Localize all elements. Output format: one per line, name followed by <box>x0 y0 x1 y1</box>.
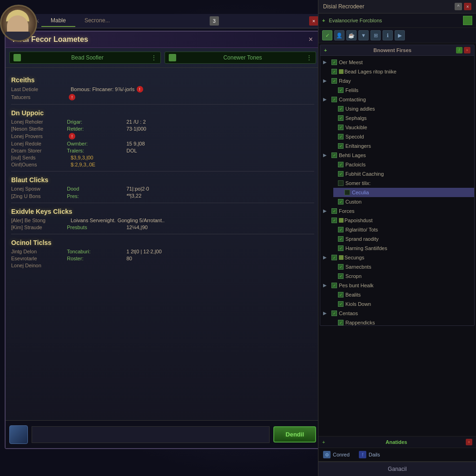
expand-icon[interactable]: ▶ <box>323 255 329 260</box>
right-close-btn[interactable]: × <box>464 3 471 10</box>
kim-straude-label: [Kim] Straude <box>11 225 67 230</box>
tree-item[interactable]: ▶✓Comtactiing <box>320 95 474 104</box>
section-dn-uppoic-header: Dn Uppoic <box>11 109 314 117</box>
expand-icon[interactable]: ▶ <box>323 311 329 316</box>
tree-item[interactable]: ✓Feliils <box>327 86 474 95</box>
checkbox[interactable]: ✓ <box>338 115 344 121</box>
toolbar-user-btn[interactable]: 👤 <box>334 30 344 40</box>
toolbar-filter-btn[interactable]: ▼ <box>358 30 369 40</box>
checkbox[interactable]: ✓ <box>331 69 337 74</box>
tree-item[interactable]: ✓Rglariítto/ Tots <box>327 225 474 234</box>
checkbox[interactable]: ✓ <box>338 227 344 232</box>
dendil-btn[interactable]: Dendil <box>273 426 316 443</box>
checkbox[interactable]: ✓ <box>331 152 337 158</box>
checkbox-empty[interactable] <box>338 180 344 186</box>
toolbar-play-btn[interactable]: ▶ <box>395 30 405 40</box>
checkbox[interactable]: ✓ <box>331 255 337 260</box>
expand-icon[interactable]: ▶ <box>323 283 329 288</box>
checkbox[interactable]: ✓ <box>338 236 344 242</box>
checkbox[interactable]: ✓ <box>338 199 344 205</box>
tree-item[interactable]: ✓Sarnecbnts <box>327 262 474 271</box>
tree-item[interactable]: ✓Scropn <box>327 271 474 281</box>
right-minimize-btn[interactable]: ^ <box>455 3 462 10</box>
checkbox[interactable]: ✓ <box>338 125 344 130</box>
checkbox[interactable]: ✓ <box>338 143 344 149</box>
tree-item[interactable]: ▶✓Centaos <box>320 309 474 318</box>
checkbox[interactable]: ✓ <box>338 106 344 112</box>
checkbox[interactable]: ✓ <box>338 134 344 139</box>
checkbox[interactable]: ✓ <box>338 301 344 307</box>
checkbox[interactable]: ✓ <box>338 320 344 325</box>
tree-item[interactable]: ✓Enltaingers <box>327 141 474 151</box>
tree-item[interactable]: Ceculia <box>333 188 474 197</box>
checkbox[interactable]: ✓ <box>331 60 337 65</box>
tree-list[interactable]: ▶✓Oer Meest✓Bead Lages ritop tniike▶✓Rda… <box>320 56 474 325</box>
checkbox[interactable]: ✓ <box>338 292 344 298</box>
checkbox[interactable]: ✓ <box>331 311 337 316</box>
tree-item[interactable]: ✓Pacloicls <box>327 160 474 169</box>
tree-item[interactable]: ▶✓Behti Lages <box>320 151 474 160</box>
toolbar-info-btn[interactable]: ℹ <box>383 30 393 40</box>
expand-icon[interactable]: ▶ <box>323 152 329 158</box>
checkbox[interactable]: ✓ <box>338 162 344 167</box>
toolbar-grid-btn[interactable]: ⊞ <box>370 30 381 40</box>
tree-item[interactable]: ✓Custon <box>327 197 474 206</box>
checkbox[interactable]: ✓ <box>331 78 337 84</box>
tree-item[interactable]: ✓Specold <box>327 132 474 141</box>
checkbox[interactable]: ✓ <box>338 171 344 177</box>
tree-item[interactable]: ✓Bead Lages ritop tniike <box>320 67 474 76</box>
tree-item[interactable]: ▶✓Rday <box>320 76 474 86</box>
tree-item[interactable]: ✓Using addles <box>327 104 474 113</box>
roster-value: 80 <box>126 256 132 261</box>
tree-item[interactable]: ▶✓Forces <box>320 206 474 216</box>
anatides-close-btn[interactable]: × <box>466 439 472 445</box>
dails-link[interactable]: f Dails <box>359 451 380 458</box>
tree-item[interactable]: ✓Sephalgs <box>327 113 474 123</box>
checkbox-empty[interactable] <box>344 190 350 195</box>
checkbox[interactable]: ✓ <box>331 97 337 102</box>
conred-link[interactable]: ⚙ Conred <box>323 451 350 458</box>
tree-item[interactable]: ✓Sprand raodity <box>327 234 474 244</box>
bnowent-firses-close-btn[interactable]: × <box>464 47 470 53</box>
toolbar-check-btn[interactable]: ✓ <box>322 30 332 40</box>
tree-item[interactable]: ✓Harning Santiifdes <box>327 244 474 253</box>
tree-item[interactable]: ▶✓Pes bunt Healk <box>320 281 474 290</box>
dropdown-left[interactable]: Bead Soofier ⋮ <box>9 52 161 64</box>
toolbar-coffee-btn[interactable]: ☕ <box>346 30 357 40</box>
scroll-area[interactable]: Rceiths Last Detiole Bomous: Flncaner: 9… <box>6 68 320 403</box>
tab-mable[interactable]: Mable <box>41 15 75 27</box>
anatides-plus: + <box>322 439 325 445</box>
bottom-text-area[interactable] <box>32 426 270 443</box>
tree-item[interactable]: ✓Kiols Down <box>327 299 474 309</box>
expand-icon[interactable]: ▶ <box>323 78 329 84</box>
drcam-storer-label: Drcam Storer <box>11 148 67 153</box>
tree-item[interactable]: ✓Rappendicks <box>327 318 474 325</box>
tab-close-btn[interactable]: × <box>309 16 318 26</box>
checkbox[interactable]: ✓ <box>338 87 344 93</box>
expand-icon[interactable]: ▶ <box>323 60 329 65</box>
tree-item[interactable]: ✓Vauckible <box>327 123 474 132</box>
expand-placeholder <box>330 134 335 139</box>
bottom-links-row: ⚙ Conred f Dails <box>318 448 476 462</box>
tree-item[interactable]: ▶✓Oer Meest <box>320 58 474 67</box>
checkbox[interactable]: ✓ <box>331 218 337 223</box>
window-close-btn[interactable]: × <box>309 35 313 44</box>
tree-item[interactable]: ✓Fubhiit Caaching <box>327 169 474 178</box>
ganacil-btn[interactable]: Ganacil <box>318 462 476 476</box>
checkbox[interactable]: ✓ <box>331 283 337 288</box>
dropdown-right[interactable]: Conewer Tones ⋮ <box>165 52 316 64</box>
checkbox[interactable]: ✓ <box>338 245 344 251</box>
tree-item[interactable]: ✓Papoishdust <box>320 216 474 225</box>
checkbox[interactable]: ✓ <box>331 208 337 214</box>
checkbox[interactable]: ✓ <box>338 264 344 270</box>
tab-icon-btn[interactable]: 3 <box>210 16 219 26</box>
tree-item[interactable]: ✓Bealits <box>327 290 474 299</box>
tree-item[interactable]: ▶✓Secungs <box>320 253 474 262</box>
expand-icon[interactable]: ▶ <box>323 97 329 102</box>
bnowent-firses-minimize-btn[interactable]: / <box>456 47 463 53</box>
owmber-value: 15 9,|08 <box>126 141 145 146</box>
checkbox[interactable]: ✓ <box>338 273 344 279</box>
expand-icon[interactable]: ▶ <box>323 208 329 214</box>
tab-secrone[interactable]: Secrone... <box>75 15 119 27</box>
tree-item[interactable]: Somer tilix: <box>327 178 474 188</box>
